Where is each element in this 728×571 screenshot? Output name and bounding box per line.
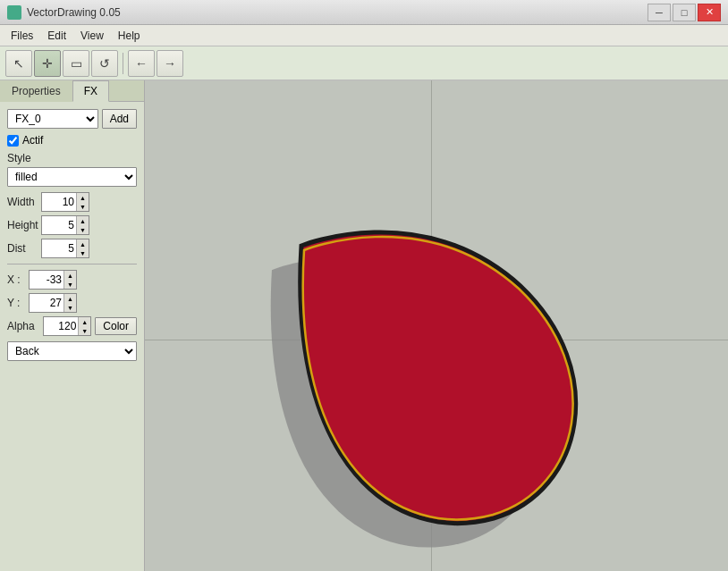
width-input[interactable] <box>42 193 76 211</box>
color-button[interactable]: Color <box>95 317 137 335</box>
close-button[interactable]: ✕ <box>698 4 721 21</box>
window-title: VectorDrawing 0.05 <box>27 6 121 19</box>
y-input[interactable] <box>30 294 63 312</box>
menu-view[interactable]: View <box>73 28 111 44</box>
y-up-btn[interactable]: ▲ <box>63 294 76 303</box>
add-button[interactable]: Add <box>102 109 137 129</box>
height-spinner: ▲ ▼ <box>41 215 89 235</box>
width-label: Width <box>7 196 41 208</box>
dist-label: Dist <box>7 242 41 255</box>
back-dropdown[interactable]: Back Front <box>7 341 137 361</box>
alpha-label: Alpha <box>7 320 39 332</box>
width-down-btn[interactable]: ▼ <box>76 202 89 211</box>
width-spinner-btns: ▲ ▼ <box>76 193 89 211</box>
title-bar-controls: ─ □ ✕ <box>648 4 721 21</box>
style-label: Style <box>7 152 137 164</box>
title-bar-left: VectorDrawing 0.05 <box>7 5 121 20</box>
arrow-right-tool[interactable]: → <box>157 50 183 77</box>
move-tool[interactable]: ✛ <box>34 50 61 77</box>
alpha-input[interactable] <box>44 317 78 335</box>
y-spinner: ▲ ▼ <box>29 293 77 313</box>
dist-spinner-btns: ▲ ▼ <box>76 239 89 257</box>
tab-properties[interactable]: Properties <box>0 80 72 102</box>
dist-row: Dist ▲ ▼ <box>7 239 137 258</box>
alpha-spinner: ▲ ▼ <box>43 316 91 336</box>
y-row: Y : ▲ ▼ <box>7 293 137 313</box>
x-spinner: ▲ ▼ <box>29 270 77 290</box>
x-up-btn[interactable]: ▲ <box>63 271 76 280</box>
alpha-down-btn[interactable]: ▼ <box>78 326 90 335</box>
height-input[interactable] <box>42 216 76 234</box>
toolbar: ↖ ✛ ▭ ↺ ← → <box>0 46 728 80</box>
select-tool[interactable]: ↖ <box>5 50 32 77</box>
undo-tool[interactable]: ↺ <box>91 50 118 77</box>
canvas-svg <box>145 80 728 571</box>
alpha-row: Alpha ▲ ▼ Color <box>7 316 137 336</box>
alpha-spinner-btns: ▲ ▼ <box>78 317 90 335</box>
height-down-btn[interactable]: ▼ <box>76 225 89 234</box>
canvas-area[interactable] <box>145 80 728 571</box>
fx-dropdown[interactable]: FX_0 FX_1 FX_2 <box>7 109 98 129</box>
width-row: Width ▲ ▼ <box>7 192 137 212</box>
x-row: X : ▲ ▼ <box>7 270 137 290</box>
dist-spinner: ▲ ▼ <box>41 239 89 258</box>
actif-row: Actif <box>7 134 137 147</box>
tab-bar: Properties FX <box>0 80 144 102</box>
fx-row: FX_0 FX_1 FX_2 Add <box>7 109 137 129</box>
actif-label: Actif <box>22 134 43 147</box>
alpha-up-btn[interactable]: ▲ <box>78 317 90 326</box>
width-up-btn[interactable]: ▲ <box>76 193 89 202</box>
dist-input[interactable] <box>42 239 76 257</box>
main-layout: Properties FX FX_0 FX_1 FX_2 Add Actif S… <box>0 80 728 571</box>
toolbar-separator <box>123 53 123 74</box>
restore-button[interactable]: □ <box>673 4 696 21</box>
width-spinner: ▲ ▼ <box>41 192 89 212</box>
actif-checkbox[interactable] <box>7 135 19 147</box>
dist-down-btn[interactable]: ▼ <box>76 248 89 257</box>
x-spinner-btns: ▲ ▼ <box>63 271 76 289</box>
height-row: Height ▲ ▼ <box>7 215 137 235</box>
menu-help[interactable]: Help <box>111 28 148 44</box>
divider-1 <box>7 264 137 265</box>
minimize-button[interactable]: ─ <box>648 4 671 21</box>
rect-tool[interactable]: ▭ <box>63 50 89 77</box>
menu-bar: Files Edit View Help <box>0 25 728 46</box>
app-icon <box>7 5 21 20</box>
height-up-btn[interactable]: ▲ <box>76 216 89 225</box>
tab-fx[interactable]: FX <box>72 80 109 102</box>
left-panel: Properties FX FX_0 FX_1 FX_2 Add Actif S… <box>0 80 145 571</box>
arrow-left-tool[interactable]: ← <box>128 50 155 77</box>
x-input[interactable] <box>30 271 63 289</box>
panel-content: FX_0 FX_1 FX_2 Add Actif Style filled ou… <box>0 102 144 368</box>
menu-files[interactable]: Files <box>4 28 40 44</box>
x-down-btn[interactable]: ▼ <box>63 280 76 289</box>
y-down-btn[interactable]: ▼ <box>63 303 76 312</box>
style-dropdown[interactable]: filled outline shadow <box>7 167 137 187</box>
title-bar: VectorDrawing 0.05 ─ □ ✕ <box>0 0 728 25</box>
y-spinner-btns: ▲ ▼ <box>63 294 76 312</box>
y-label: Y : <box>7 297 29 309</box>
height-spinner-btns: ▲ ▼ <box>76 216 89 234</box>
x-label: X : <box>7 273 29 286</box>
menu-edit[interactable]: Edit <box>40 28 73 44</box>
height-label: Height <box>7 219 41 231</box>
dist-up-btn[interactable]: ▲ <box>76 239 89 248</box>
